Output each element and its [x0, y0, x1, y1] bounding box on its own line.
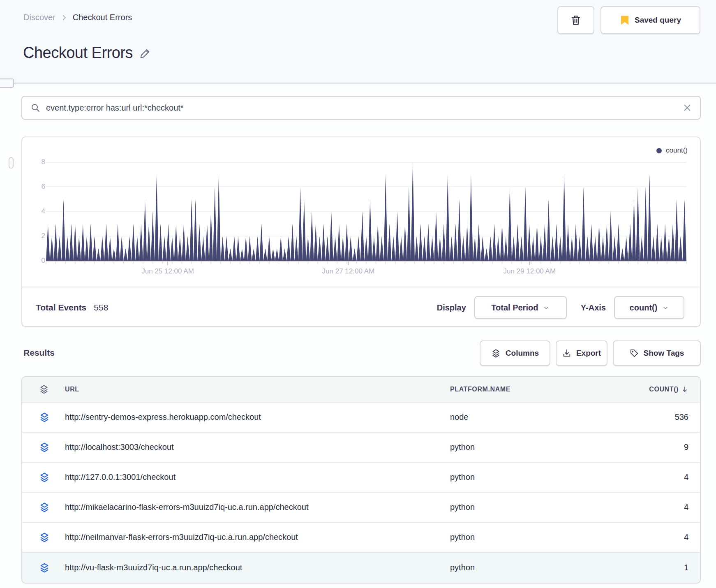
events-chart-panel: count() 0 2 4 6 8 Jun 25 12:00 AM Jun 27…	[21, 137, 701, 327]
x-axis-label-2: Jun 29 12:00 AM	[503, 267, 556, 275]
chart-controls: Display Total Period Y-Axis count()	[437, 296, 684, 319]
y-axis-tick-2: 2	[26, 231, 45, 241]
y-axis-tick-8: 8	[26, 157, 45, 167]
breadcrumb-current: Checkout Errors	[73, 13, 132, 22]
cell-count: 4	[623, 532, 688, 542]
cell-url: http://vu-flask-m3uuizd7iq-uc.a.run.app/…	[60, 563, 450, 572]
trash-icon	[570, 14, 582, 26]
page-title-text: Checkout Errors	[23, 44, 133, 62]
cell-platform: node	[450, 412, 623, 422]
results-heading: Results	[23, 348, 55, 358]
discover-page: Discover Checkout Errors Saved query Che…	[0, 0, 716, 588]
display-label: Display	[437, 303, 466, 313]
cell-url: http://mikaelacarino-flask-errors-m3uuiz…	[60, 502, 450, 512]
cell-platform: python	[450, 532, 623, 542]
bookmark-icon	[620, 15, 630, 25]
table-row[interactable]: http://mikaelacarino-flask-errors-m3uuiz…	[22, 493, 700, 523]
y-axis-tick-6: 6	[26, 182, 45, 191]
display-dropdown[interactable]: Total Period	[474, 296, 567, 319]
breadcrumb-discover-link[interactable]: Discover	[23, 13, 55, 22]
yaxis-dropdown-value: count()	[630, 303, 658, 313]
cell-url: http://sentry-demos-express.herokuapp.co…	[60, 412, 450, 422]
x-axis-label-1: Jun 27 12:00 AM	[322, 267, 375, 275]
delete-query-button[interactable]	[557, 6, 594, 34]
y-axis-tick-0: 0	[26, 256, 45, 265]
results-table: URL PLATFORM.NAME COUNT() http://sentry-…	[21, 376, 701, 583]
chevron-down-icon	[662, 305, 669, 311]
chart-legend[interactable]: count()	[656, 146, 688, 155]
cell-count: 4	[623, 502, 688, 512]
total-events-value: 558	[94, 303, 108, 313]
column-header-platform[interactable]: PLATFORM.NAME	[450, 386, 623, 393]
column-header-url[interactable]: URL	[60, 386, 450, 393]
cell-url: http://127.0.0.1:3001/checkout	[60, 472, 450, 482]
table-row[interactable]: http://vu-flask-m3uuizd7iq-uc.a.run.app/…	[22, 553, 700, 583]
row-stack-icon[interactable]	[39, 442, 60, 453]
legend-series-label: count()	[666, 146, 688, 155]
column-header-count[interactable]: COUNT()	[623, 386, 688, 393]
sort-descending-icon	[681, 386, 688, 393]
columns-button-label: Columns	[506, 349, 539, 358]
chevron-right-icon	[60, 14, 68, 21]
chart-footer: Total Events 558 Display Total Period Y-…	[22, 287, 700, 328]
search-input[interactable]	[46, 103, 677, 113]
row-stack-icon[interactable]	[39, 472, 60, 483]
saved-query-label: Saved query	[635, 16, 681, 25]
legend-series-dot	[656, 148, 662, 153]
clear-search-icon[interactable]	[683, 103, 692, 112]
edit-title-icon[interactable]	[139, 45, 152, 63]
panel-collapse-tab[interactable]	[0, 79, 14, 88]
cell-platform: python	[450, 502, 623, 512]
y-axis-tick-4: 4	[26, 207, 45, 216]
cell-platform: python	[450, 442, 623, 452]
cell-count: 536	[623, 412, 688, 422]
cell-platform: python	[450, 563, 623, 572]
show-tags-button[interactable]: Show Tags	[613, 340, 701, 366]
row-stack-icon[interactable]	[39, 563, 60, 573]
columns-stack-icon	[491, 349, 501, 358]
table-row[interactable]: http://sentry-demos-express.herokuapp.co…	[22, 403, 700, 433]
page-title: Checkout Errors	[23, 43, 152, 63]
show-tags-button-label: Show Tags	[644, 349, 684, 358]
row-stack-icon[interactable]	[39, 412, 60, 423]
row-stack-icon[interactable]	[39, 532, 60, 543]
table-row[interactable]: http://127.0.0.1:3001/checkout python 4	[22, 463, 700, 493]
table-row[interactable]: http://neilmanvar-flask-errors-m3uuizd7i…	[22, 523, 700, 553]
tag-icon	[630, 349, 639, 358]
x-axis-label-0: Jun 25 12:00 AM	[141, 267, 194, 275]
chart-svg	[46, 162, 686, 265]
table-header-row: URL PLATFORM.NAME COUNT()	[22, 377, 700, 403]
chart-plot-area[interactable]	[46, 162, 686, 261]
export-button-label: Export	[576, 349, 601, 358]
saved-query-button[interactable]: Saved query	[601, 6, 700, 34]
breadcrumb: Discover Checkout Errors	[23, 13, 132, 22]
cell-url: http://localhost:3003/checkout	[60, 442, 450, 452]
download-icon	[562, 349, 571, 358]
search-icon	[30, 103, 40, 113]
cell-count: 9	[623, 442, 688, 452]
header-stack-icon[interactable]	[39, 384, 60, 394]
export-button[interactable]: Export	[556, 340, 607, 366]
cell-platform: python	[450, 472, 623, 482]
display-dropdown-value: Total Period	[491, 303, 538, 313]
cell-url: http://neilmanvar-flask-errors-m3uuizd7i…	[60, 532, 450, 542]
total-events: Total Events 558	[36, 303, 108, 313]
cell-count: 1	[623, 563, 688, 572]
search-bar	[21, 96, 701, 120]
sidebar-drag-handle[interactable]	[9, 157, 14, 169]
yaxis-label: Y-Axis	[581, 303, 606, 313]
yaxis-dropdown[interactable]: count()	[614, 296, 684, 319]
columns-button[interactable]: Columns	[480, 340, 550, 366]
chevron-down-icon	[543, 305, 550, 311]
total-events-label: Total Events	[36, 303, 86, 313]
row-stack-icon[interactable]	[39, 502, 60, 513]
cell-count: 4	[623, 472, 688, 482]
table-row[interactable]: http://localhost:3003/checkout python 9	[22, 433, 700, 463]
